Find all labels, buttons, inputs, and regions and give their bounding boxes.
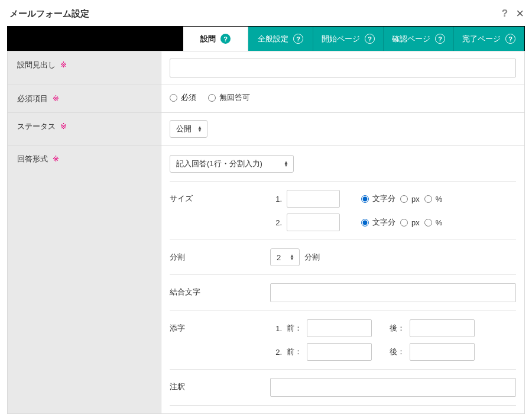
radio-required-optional[interactable]: 無回答可 [208,92,250,103]
subscript-2-pre-input[interactable] [307,343,372,361]
required-mark: ※ [60,60,67,69]
help-icon[interactable]: ? [220,34,231,44]
tab-question[interactable]: 設問 ? [183,27,248,51]
help-icon[interactable]: ? [502,8,508,20]
chevron-updown-icon: ▲▼ [197,126,202,132]
tab-general[interactable]: 全般設定 ? [248,27,313,51]
help-icon[interactable]: ? [435,34,445,44]
help-icon[interactable]: ? [365,34,375,44]
chevron-updown-icon: ▲▼ [290,254,294,260]
status-select[interactable]: 公開 ▲▼ [170,120,207,138]
subscript-post-label: 後： [390,347,405,357]
format-select[interactable]: 記入回答(1行・分割入力) ▲▼ [170,155,294,173]
subscript-row-2-number: 2. [270,348,282,357]
heading-input[interactable] [170,59,516,77]
subscript-1-pre-input[interactable] [307,319,372,337]
sublabel-size: サイズ [170,190,270,204]
subscript-row-1-number: 1. [270,324,282,333]
size-2-unit-px[interactable]: px [400,218,420,227]
required-mark: ※ [53,94,59,103]
tab-bar: 設問 ? 全般設定 ? 開始ページ ? 確認ページ ? 完了ページ ? [7,26,525,51]
subscript-pre-label: 前： [287,323,302,334]
split-suffix: 分割 [304,252,320,263]
sublabel-annotation: 注釈 [170,378,270,392]
chevron-updown-icon: ▲▼ [284,161,288,167]
size-2-unit-pct[interactable]: % [424,218,443,227]
sublabel-join-char: 結合文字 [170,283,270,297]
help-icon[interactable]: ? [505,34,515,44]
subscript-pre-label: 前： [287,347,302,357]
size-row-1-number: 1. [270,195,282,203]
size-row-2-number: 2. [270,218,282,227]
page-title: メールフォーム設定 [9,8,89,20]
subscript-1-post-input[interactable] [410,319,475,337]
help-icon[interactable]: ? [293,34,303,44]
sublabel-split: 分割 [170,248,270,263]
tab-confirm[interactable]: 確認ページ ? [384,27,454,51]
tab-finish-label: 完了ページ [462,34,501,44]
required-mark: ※ [60,122,67,131]
tab-confirm-label: 確認ページ [392,34,430,44]
required-mark: ※ [53,154,59,163]
tab-general-label: 全般設定 [258,34,288,44]
row-label-format: 回答形式 ※ [8,145,161,414]
radio-required-must[interactable]: 必須 [170,92,196,103]
annotation-input[interactable] [270,378,516,397]
size-1-input[interactable] [287,190,340,208]
size-1-unit-pct[interactable]: % [424,195,443,203]
subscript-2-post-input[interactable] [410,343,475,361]
join-char-input[interactable] [270,283,516,302]
sublabel-subscript: 添字 [170,319,270,334]
size-1-unit-char[interactable]: 文字分 [361,193,395,204]
tab-start-label: 開始ページ [322,34,360,44]
tab-question-label: 設問 [200,34,216,44]
size-2-input[interactable] [287,214,340,231]
size-2-unit-char[interactable]: 文字分 [361,217,395,228]
tab-start[interactable]: 開始ページ ? [313,27,384,51]
size-1-unit-px[interactable]: px [400,195,420,203]
subscript-post-label: 後： [390,323,405,334]
row-label-status: ステータス ※ [8,113,161,145]
close-icon[interactable]: × [516,7,524,20]
tab-finish[interactable]: 完了ページ ? [454,27,524,51]
row-label-required: 必須項目 ※ [8,85,161,112]
row-label-heading: 設問見出し ※ [8,51,161,85]
split-select[interactable]: 2 ▲▼ [270,248,300,266]
